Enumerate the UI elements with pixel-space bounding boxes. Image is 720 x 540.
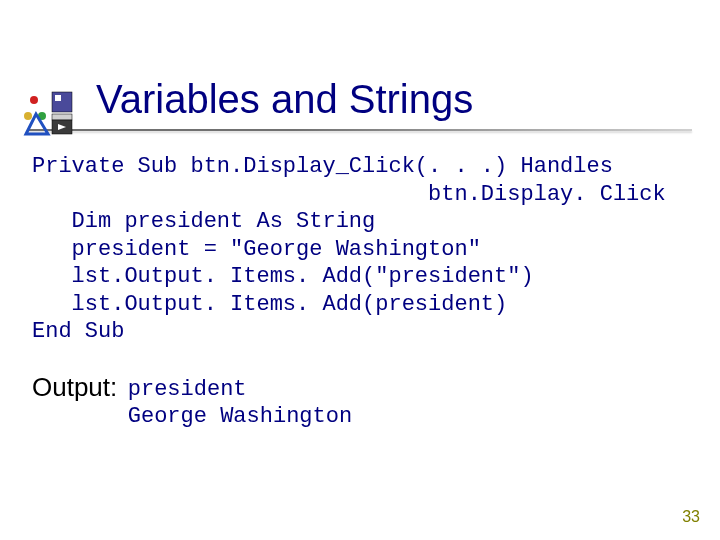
output-section: Output: president George Washington bbox=[32, 372, 688, 431]
code-line: End Sub bbox=[32, 319, 124, 344]
code-block: Private Sub btn.Display_Click(. . .) Han… bbox=[32, 153, 688, 346]
code-line: Dim president As String bbox=[32, 209, 375, 234]
page-number: 33 bbox=[682, 508, 700, 526]
svg-rect-2 bbox=[52, 114, 72, 120]
svg-point-6 bbox=[24, 112, 32, 120]
slide-logo-icon bbox=[22, 90, 78, 146]
output-line: president bbox=[128, 377, 247, 402]
svg-point-5 bbox=[30, 96, 38, 104]
slide: Variables and Strings Private Sub btn.Di… bbox=[0, 0, 720, 540]
code-line: btn.Display. Click bbox=[32, 182, 666, 207]
code-line: lst.Output. Items. Add(president) bbox=[32, 292, 507, 317]
code-line: lst.Output. Items. Add("president") bbox=[32, 264, 534, 289]
output-label: Output: bbox=[32, 372, 117, 403]
svg-rect-1 bbox=[55, 95, 61, 101]
slide-title: Variables and Strings bbox=[96, 75, 720, 123]
code-line: president = "George Washington" bbox=[32, 237, 481, 262]
code-line: Private Sub btn.Display_Click(. . .) Han… bbox=[32, 154, 613, 179]
output-text: president George Washington bbox=[128, 376, 352, 431]
output-line: George Washington bbox=[128, 404, 352, 429]
title-underline bbox=[28, 129, 692, 131]
